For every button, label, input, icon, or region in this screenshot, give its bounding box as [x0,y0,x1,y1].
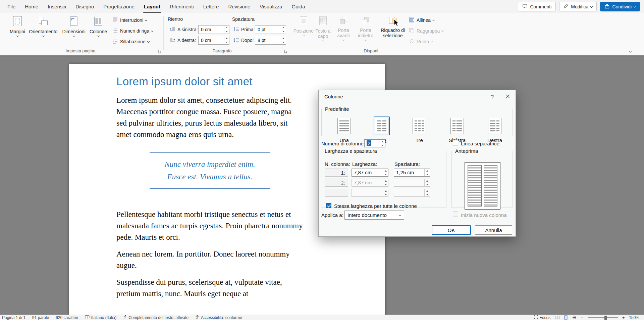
spacing-header: Spaziatura: [394,161,420,167]
spinner-down-icon[interactable] [224,30,229,34]
intense-quote-block[interactable]: Nunc viverra imperdiet enim. Fusce est. … [150,152,270,189]
ribbon-tab-bar: File Home Inserisci Disegno Progettazion… [0,0,644,13]
chevron-down-icon [634,5,636,7]
tab-file[interactable]: File [3,0,20,13]
line-between-checkbox[interactable] [453,140,458,145]
spinner-up-icon[interactable] [383,169,388,173]
tab-guida[interactable]: Guida [287,0,310,13]
tab-inserisci[interactable]: Inserisci [43,0,71,13]
col-number-header: N. colonna: [325,161,350,167]
spinner-up-icon[interactable] [224,26,229,30]
quote-line[interactable]: Nunc viverra imperdiet enim. [150,158,270,171]
tab-disegno[interactable]: Disegno [71,0,99,13]
tab-progettazione[interactable]: Progettazione [99,0,139,13]
breaks-button[interactable]: Interruzioni [112,16,147,25]
comments-button[interactable]: Commenti [518,2,556,11]
print-layout-button[interactable] [564,315,568,320]
page-indicator[interactable]: Pagina 1 di 1 [2,315,25,320]
spinner-up-icon[interactable] [281,26,286,30]
tab-revisione[interactable]: Revisione [223,0,255,13]
spinner-up-icon [383,179,388,183]
text-completion-indicator[interactable]: Completamento del testo: attivato [123,315,189,320]
preset-left[interactable]: Sinistra [440,117,474,143]
spinner-up-icon[interactable] [224,36,229,40]
paragraph[interactable]: Pellentesque habitant morbi tristique se… [116,209,303,243]
read-mode-button[interactable] [555,316,559,320]
margins-button[interactable]: Margini [7,14,28,47]
page-break-icon [112,17,118,24]
cancel-button[interactable]: Annulla [475,225,512,235]
paragraph-dialog-launcher[interactable] [284,49,288,54]
collapse-ribbon-button[interactable] [629,47,632,53]
column-spacing-input[interactable]: 1,25 cm [394,169,430,177]
chevron-down-icon [396,211,404,219]
web-layout-button[interactable] [572,315,577,320]
indent-left-input[interactable]: 0 cm [198,25,229,34]
spinner-down-icon[interactable] [281,40,286,44]
paragraph[interactable]: Suspendisse dui purus, scelerisque at, v… [116,277,303,300]
zoom-percentage[interactable]: 150% [629,315,639,320]
help-button[interactable]: ? [485,90,500,103]
align-button[interactable]: Allinea [409,16,434,25]
zoom-in-button[interactable]: + [622,315,625,320]
preset-one[interactable]: Una [327,117,361,143]
hyphenation-button[interactable]: Sillabazione [112,37,149,46]
tab-layout[interactable]: Layout [139,0,165,13]
pen-icon [564,4,569,10]
spacing-after-input[interactable]: 8 pt [255,36,286,45]
editing-mode-button[interactable]: Modifica [559,2,597,11]
zoom-slider[interactable] [588,317,618,318]
zoom-out-button[interactable]: − [581,315,583,320]
column-width-input[interactable]: 7,87 cm [352,169,388,177]
line-numbers-button[interactable]: Numeri di riga [112,27,153,35]
number-of-columns-input[interactable]: 2 [364,139,385,147]
dialog-titlebar[interactable]: Colonne ? [319,90,516,103]
spinner-up-icon[interactable] [380,140,385,143]
close-button[interactable] [500,90,516,103]
spinner-up-icon[interactable] [425,169,430,173]
preset-right[interactable]: Destra [478,117,512,143]
spinner-down-icon [383,183,388,186]
indent-right-label: A destra: [169,36,196,45]
ok-button[interactable]: OK [432,225,471,235]
chevron-down-icon [147,40,149,43]
preset-three[interactable]: Tre [402,117,436,143]
page-setup-dialog-launcher[interactable] [158,49,163,54]
language-indicator[interactable]: Italiano (Italia) [85,315,116,320]
spinner-up-icon[interactable] [281,36,286,40]
quote-line[interactable]: Fusce est. Vivamus a tellus. [150,171,270,183]
start-new-column-label: Inizia nuova colonna [461,212,507,218]
equal-width-checkbox[interactable] [326,203,331,208]
spinner-down-icon[interactable] [383,173,388,176]
spinner-down-icon[interactable] [224,40,229,44]
mouse-cursor [393,19,400,29]
spinner-down-icon[interactable] [281,30,286,34]
zoom-slider-thumb[interactable] [604,316,607,320]
word-count[interactable]: 91 parole [32,315,49,320]
tab-home[interactable]: Home [20,0,43,13]
chevron-down-icon [432,19,435,21]
orientation-button[interactable]: Orientamento [27,14,59,47]
send-backward-icon [361,16,370,27]
character-count[interactable]: 620 caratteri [56,315,78,320]
indent-right-input[interactable]: 0 cm [198,36,229,45]
spacing-before-icon [234,27,239,33]
columns-button[interactable]: Colonne [87,14,109,47]
tab-riferimenti[interactable]: Riferimenti [165,0,199,13]
accessibility-indicator[interactable]: Accessibilità: conforme [195,315,242,320]
tab-visualizza[interactable]: Visualizza [255,0,287,13]
tab-lettere[interactable]: Lettere [199,0,224,13]
selection-pane-button[interactable]: Riquadro di selezione [379,14,407,47]
paragraph[interactable]: Lorem ipsum dolor sit amet, consectetuer… [116,95,303,140]
paragraph[interactable]: Aenean nec lorem. In porttitor. Donec la… [116,248,303,271]
spacing-before-input[interactable]: 0 pt [255,25,286,34]
focus-mode-button[interactable]: Focus [534,315,551,320]
document-title[interactable]: Lorem ipsum dolor sit amet [116,75,303,88]
spinner-down-icon[interactable] [380,143,385,147]
rotate-icon [409,38,415,45]
spinner-up-icon [383,189,388,193]
apply-to-dropdown[interactable]: Intero documento [344,211,404,220]
spinner-down-icon[interactable] [425,173,430,176]
page-size-button[interactable]: Dimensioni [60,14,88,47]
share-button[interactable]: Condividi [600,2,640,11]
